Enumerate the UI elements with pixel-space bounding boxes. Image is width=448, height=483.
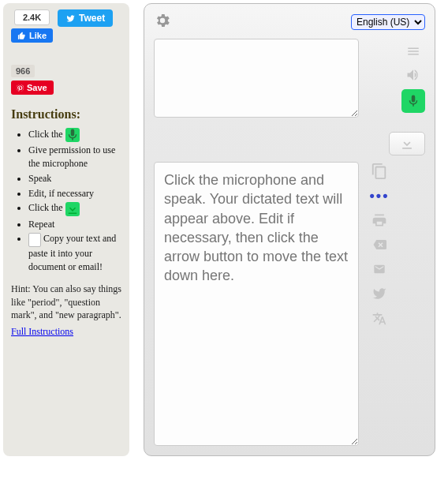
top-bar: English (US) xyxy=(154,12,425,32)
print-icon xyxy=(371,212,388,228)
pin-count: 966 xyxy=(11,65,35,77)
more-button[interactable]: ••• xyxy=(368,186,390,205)
instr-item-edit: Edit, if necessary xyxy=(28,187,121,200)
language-select[interactable]: English (US) xyxy=(351,14,425,30)
delete-button[interactable] xyxy=(368,235,390,254)
download-icon xyxy=(398,136,416,152)
more-icon: ••• xyxy=(370,188,390,204)
bottom-area: ••• xyxy=(154,162,425,446)
twitter-icon xyxy=(371,286,387,301)
menu-button[interactable] xyxy=(402,42,424,61)
download-row xyxy=(154,132,425,155)
twitter-icon xyxy=(65,14,76,23)
microphone-icon xyxy=(406,92,420,110)
like-count: 2.4K xyxy=(14,9,50,25)
twitter-share-button[interactable] xyxy=(368,284,390,303)
pinterest-icon xyxy=(16,84,24,92)
instr-item-repeat: Repeat xyxy=(28,218,121,231)
pin-save-row: Save xyxy=(11,80,121,95)
print-button[interactable] xyxy=(368,211,390,230)
move-down-button[interactable] xyxy=(389,132,425,155)
sidebar: 2.4K Like Tweet 966 Save Instructions: C… xyxy=(3,3,129,456)
hint-text: Hint: You can also say things like "peri… xyxy=(11,283,121,321)
clipboard-icon xyxy=(28,233,41,247)
gear-icon xyxy=(154,12,171,29)
email-icon xyxy=(371,263,388,275)
facebook-like-widget[interactable]: 2.4K Like xyxy=(11,9,53,43)
tweet-button[interactable]: Tweet xyxy=(58,9,113,27)
download-icon xyxy=(65,202,80,216)
instr-item-click-mic: Click the xyxy=(28,128,121,142)
copy-icon xyxy=(371,163,388,180)
social-row: 2.4K Like Tweet xyxy=(11,9,121,43)
upper-toolbar xyxy=(401,42,425,113)
microphone-icon xyxy=(65,128,80,142)
instructions-heading: Instructions: xyxy=(11,107,121,122)
hamburger-icon xyxy=(405,44,422,58)
like-label: Like xyxy=(29,31,47,40)
tweet-label: Tweet xyxy=(79,13,105,24)
pin-save-label: Save xyxy=(27,83,47,92)
thumbs-up-icon xyxy=(17,32,26,40)
instr-item-copy: Copy your text and paste it into your do… xyxy=(28,232,121,273)
settings-button[interactable] xyxy=(154,12,171,32)
like-button[interactable]: Like xyxy=(11,28,53,43)
output-textarea[interactable] xyxy=(154,162,359,446)
translate-icon xyxy=(371,310,388,326)
speaker-button[interactable] xyxy=(402,66,424,84)
speaker-icon xyxy=(405,67,422,83)
email-button[interactable] xyxy=(368,260,390,279)
pin-save-button[interactable]: Save xyxy=(11,80,54,95)
dictation-input[interactable] xyxy=(154,39,359,118)
instr-item-speak: Speak xyxy=(28,172,121,185)
main-panel: English (US) xyxy=(144,3,435,456)
instr-item-click-download: Click the xyxy=(28,201,121,215)
full-instructions-link[interactable]: Full Instructions xyxy=(11,326,121,338)
microphone-button[interactable] xyxy=(401,89,425,113)
translate-button[interactable] xyxy=(368,309,390,328)
instr-item-permission: Give permission to use the microphone xyxy=(28,144,121,170)
backspace-icon xyxy=(370,238,389,252)
lower-toolbar: ••• xyxy=(364,162,395,446)
pinterest-row: 966 xyxy=(11,65,121,77)
copy-button[interactable] xyxy=(368,162,390,181)
instructions-list: Click the Give permission to use the mic… xyxy=(11,128,121,273)
